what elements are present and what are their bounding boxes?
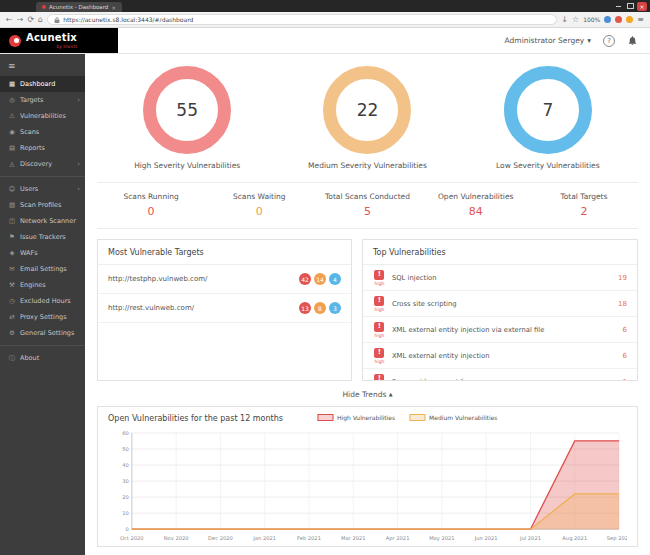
sidebar-item-excluded-hours[interactable]: ◷Excluded Hours <box>0 293 85 309</box>
vulnerability-row[interactable]: !highServer side request forgery1 <box>363 369 637 381</box>
sidebar-item-proxy-settings[interactable]: ⇄Proxy Settings <box>0 309 85 325</box>
url-text: https://acunetix.s8.local:3443/#/dashboa… <box>63 16 193 23</box>
sidebar-item-about[interactable]: ⓘAbout <box>0 350 85 366</box>
severity-label: high <box>375 333 385 338</box>
panel-title: Most Vulnerable Targets <box>98 240 351 265</box>
vulnerability-count: 18 <box>618 300 627 308</box>
network-scanner-icon: ◫ <box>8 217 16 225</box>
help-button[interactable]: ? <box>603 35 615 47</box>
sidebar-divider <box>0 176 85 177</box>
stat-label: Scans Waiting <box>205 192 313 201</box>
bookmark-star-icon[interactable]: ☆ <box>572 16 579 24</box>
stat-value: 84 <box>422 205 530 218</box>
extension-icon-3[interactable] <box>626 16 633 23</box>
sidebar-item-scan-profiles[interactable]: ▧Scan Profiles <box>0 197 85 213</box>
donut-low-severity-vulnerabilities: 7Low Severity Vulnerabilities <box>458 60 638 170</box>
browser-tab[interactable]: Acunetix - Dashboard × <box>36 2 122 12</box>
extension-icon-2[interactable] <box>615 16 622 23</box>
general-settings-icon: ⚙ <box>8 329 16 337</box>
sidebar-item-users[interactable]: ☺Users› <box>0 181 85 197</box>
donut-value: 7 <box>542 100 553 120</box>
sidebar-item-reports[interactable]: ▤Reports <box>0 140 85 156</box>
vulnerability-count: 1 <box>623 378 627 382</box>
sidebar-item-targets[interactable]: ◎Targets› <box>0 92 85 108</box>
sidebar-item-label: About <box>20 354 80 362</box>
sidebar-item-wafs[interactable]: ◈WAFs <box>0 245 85 261</box>
donut-value: 22 <box>357 100 379 120</box>
user-menu[interactable]: Administrator Sergey ▾ <box>505 36 591 45</box>
vulnerability-row[interactable]: !highXML external entity injection6 <box>363 343 637 369</box>
sidebar-item-vulnerabilities[interactable]: ⚠Vulnerabilities <box>0 108 85 124</box>
notifications-bell-icon[interactable] <box>627 35 638 46</box>
target-url-link[interactable]: http://testphp.vulnweb.com/ <box>108 275 207 283</box>
refresh-icon[interactable]: ⟳ <box>27 16 34 24</box>
svg-text:10: 10 <box>122 510 129 516</box>
browser-urlbar: ← → ⟳ ⌂ https://acunetix.s8.local:3443/#… <box>0 12 650 28</box>
acunetix-logo[interactable]: Acunetix by Invicti <box>0 28 118 53</box>
app-header: Acunetix by Invicti Administrator Sergey… <box>0 28 650 54</box>
sidebar-item-discovery[interactable]: ◬Discovery› <box>0 156 85 172</box>
sidebar-divider <box>0 345 85 346</box>
severity-donuts: 55High Severity Vulnerabilities22Medium … <box>97 60 638 170</box>
vulnerability-row[interactable]: !highCross site scripting18 <box>363 291 637 317</box>
sidebar-item-label: Targets <box>20 96 73 104</box>
sidebar-collapse-button[interactable]: ≡ <box>0 57 85 74</box>
sidebar-item-dashboard[interactable]: ▦Dashboard <box>0 76 85 92</box>
legend-label: Medium Vulnerabilities <box>429 414 497 421</box>
svg-text:Aug 2021: Aug 2021 <box>562 535 587 542</box>
target-url-link[interactable]: http://rest.vulnweb.com/ <box>108 304 194 312</box>
browser-menu-icon[interactable]: ≡ <box>637 15 644 24</box>
chevron-right-icon: › <box>77 160 80 168</box>
home-icon[interactable]: ⌂ <box>38 16 43 24</box>
severity-indicator: !high <box>373 348 386 364</box>
legend-swatch <box>409 414 425 421</box>
legend-label: High Vulnerabilities <box>337 414 395 421</box>
sidebar-item-network-scanner[interactable]: ◫Network Scanner <box>0 213 85 229</box>
download-icon[interactable]: ↓ <box>561 16 568 24</box>
window-minimize-button[interactable] <box>613 2 623 11</box>
sidebar-item-engines[interactable]: ⚒Engines <box>0 277 85 293</box>
donut-label: High Severity Vulnerabilities <box>134 161 240 170</box>
stat-scans-running: Scans Running0 <box>97 192 205 218</box>
tab-title: Acunetix - Dashboard <box>49 4 108 10</box>
logo-text: Acunetix <box>26 33 77 43</box>
donut-ring: 7 <box>504 66 592 154</box>
donut-high-severity-vulnerabilities: 55High Severity Vulnerabilities <box>97 60 277 170</box>
hide-trends-toggle[interactable]: Hide Trends ▲ <box>97 390 638 399</box>
forward-icon[interactable]: → <box>17 16 24 24</box>
lock-icon <box>54 16 60 24</box>
top-vulnerabilities-panel: Top Vulnerabilities !highSQL injection19… <box>362 239 638 381</box>
sidebar-item-scans[interactable]: ◉Scans <box>0 124 85 140</box>
vulnerability-row[interactable]: !highXML external entity injection via e… <box>363 317 637 343</box>
severity-badges: 1383 <box>299 302 341 314</box>
sidebar-item-label: Excluded Hours <box>20 297 80 305</box>
zoom-level[interactable]: 100% <box>583 16 600 23</box>
stat-total-targets: Total Targets2 <box>530 192 638 218</box>
sidebar-item-issue-trackers[interactable]: ⚑Issue Trackers <box>0 229 85 245</box>
svg-text:Jun 2021: Jun 2021 <box>474 535 498 542</box>
reports-icon: ▤ <box>8 144 16 152</box>
severity-indicator: !high <box>373 374 386 382</box>
sidebar-item-label: Email Settings <box>20 265 80 273</box>
back-icon[interactable]: ← <box>6 16 13 24</box>
scan-profiles-icon: ▧ <box>8 201 16 209</box>
chevron-right-icon: › <box>77 96 80 104</box>
address-bar[interactable]: https://acunetix.s8.local:3443/#/dashboa… <box>47 14 557 25</box>
about-icon: ⓘ <box>8 354 16 363</box>
extension-icon-1[interactable] <box>604 16 611 23</box>
dashboard-main: 55High Severity Vulnerabilities22Medium … <box>85 54 650 555</box>
engines-icon: ⚒ <box>8 281 16 289</box>
badge-low: 4 <box>329 273 341 285</box>
sidebar-item-email-settings[interactable]: ✉Email Settings <box>0 261 85 277</box>
proxy-settings-icon: ⇄ <box>8 313 16 321</box>
vulnerability-row[interactable]: !highSQL injection19 <box>363 265 637 291</box>
window-maximize-button[interactable] <box>625 2 635 11</box>
sidebar-item-general-settings[interactable]: ⚙General Settings <box>0 325 85 341</box>
tab-close-icon[interactable]: × <box>111 4 116 11</box>
donut-medium-severity-vulnerabilities: 22Medium Severity Vulnerabilities <box>277 60 457 170</box>
stat-label: Total Targets <box>530 192 638 201</box>
window-close-button[interactable]: × <box>637 2 647 11</box>
sidebar-item-label: Dashboard <box>20 80 80 88</box>
svg-text:Apr 2021: Apr 2021 <box>386 535 410 542</box>
chevron-down-icon: ▾ <box>587 36 591 45</box>
